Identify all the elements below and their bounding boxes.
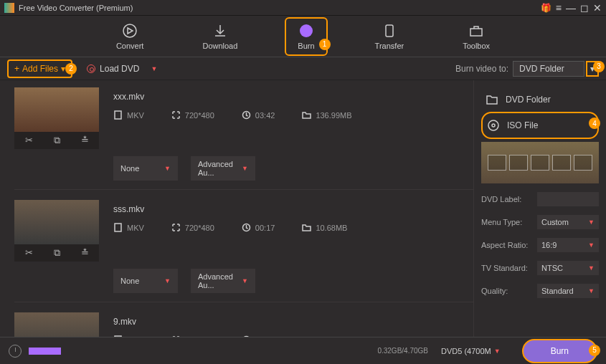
toolbox-icon <box>468 23 484 39</box>
resolution-value: 720*480 <box>185 224 214 232</box>
folder-icon <box>302 335 311 337</box>
resolution-value: 720*480 <box>185 336 214 337</box>
disc-icon <box>487 119 500 132</box>
clock-icon <box>242 223 251 232</box>
resolution-icon <box>171 110 181 120</box>
plus-icon: + <box>14 64 19 74</box>
quality-select[interactable]: Standard▼ <box>537 284 599 298</box>
chevron-down-icon: ▼ <box>164 165 171 172</box>
format-value: MKV <box>127 336 144 337</box>
duration-value: 00:17 <box>255 224 275 232</box>
file-icon <box>113 335 123 337</box>
resolution-icon <box>171 223 181 232</box>
template-slot <box>574 155 592 171</box>
disc-icon <box>87 64 95 73</box>
tab-label: Convert <box>116 42 144 50</box>
dest-label: ISO File <box>507 120 538 130</box>
load-dvd-button[interactable]: Load DVD ▼ <box>87 64 157 74</box>
clock-icon <box>242 110 251 120</box>
tab-label: Transfer <box>375 42 404 50</box>
template-preview[interactable] <box>481 142 599 183</box>
dest-dvd-folder[interactable]: DVD Folder <box>481 87 599 112</box>
subtitle-select[interactable]: None▼ <box>113 156 178 181</box>
burn-button[interactable]: Burn 5 <box>522 339 597 363</box>
destination-value: DVD Folder <box>519 64 564 74</box>
audio-select[interactable]: Advanced Au...▼ <box>191 269 255 293</box>
tab-burn[interactable]: Burn 1 <box>285 17 327 56</box>
tab-toolbox[interactable]: Toolbox <box>451 19 501 54</box>
close-icon[interactable]: ✕ <box>593 2 602 14</box>
gift-icon[interactable]: 🎁 <box>541 3 551 13</box>
tab-download[interactable]: Download <box>191 19 249 54</box>
dest-iso-file[interactable]: ISO File 4 <box>481 112 599 139</box>
clock-icon <box>242 335 251 337</box>
folder-icon <box>486 93 498 106</box>
clock-icon[interactable] <box>9 345 22 358</box>
dvd-label-input[interactable] <box>537 192 599 206</box>
size-value: 10.68MB <box>316 224 347 232</box>
effects-icon[interactable]: ≛ <box>81 135 89 146</box>
svg-rect-7 <box>115 224 121 231</box>
menu-type-label: Menu Type: <box>481 218 531 226</box>
chevron-down-icon: ▼ <box>588 264 595 272</box>
template-slot <box>552 155 571 171</box>
burn-to-label: Burn video to: <box>455 64 508 74</box>
menu-type-select[interactable]: Custom▼ <box>537 215 599 229</box>
audio-select[interactable]: Advanced Au...▼ <box>191 156 255 181</box>
svg-rect-4 <box>470 29 482 36</box>
window-title: Free Video Converter (Premium) <box>19 4 541 12</box>
svg-point-11 <box>488 120 498 130</box>
progress-bar <box>29 348 61 355</box>
cut-icon[interactable]: ✂ <box>25 135 33 146</box>
disc-type-select[interactable]: DVD5 (4700M ▼ <box>441 347 501 355</box>
dvd-label-label: DVD Label: <box>481 195 531 203</box>
list-item: ✂ ⧉ ≛ xxx.mkv MKV 720*480 03:42 136.99MB <box>14 87 473 190</box>
badge-5: 5 <box>589 345 600 356</box>
maximize-icon[interactable]: ◻ <box>580 2 589 14</box>
tab-label: Download <box>202 42 237 50</box>
chevron-down-icon: ▼ <box>588 219 595 226</box>
list-item: ✂ ⧉ ≛ 9.mkv MKV 720*480 04:20 160.68MB <box>14 312 473 337</box>
add-files-button[interactable]: + Add Files ▾ 2 <box>7 59 72 78</box>
video-thumbnail <box>14 200 99 244</box>
transfer-icon <box>382 23 397 39</box>
tab-transfer[interactable]: Transfer <box>364 19 416 54</box>
resolution-icon <box>171 335 181 337</box>
video-thumbnail <box>14 312 99 337</box>
crop-icon[interactable]: ⧉ <box>54 247 60 259</box>
badge-3: 3 <box>593 61 605 72</box>
file-name: xxx.mkv <box>113 92 473 102</box>
menu-icon[interactable]: ≡ <box>556 2 562 14</box>
dest-label: DVD Folder <box>506 95 551 105</box>
tv-standard-select[interactable]: NTSC▼ <box>537 261 599 275</box>
crop-icon[interactable]: ⧉ <box>54 135 60 146</box>
file-icon <box>113 110 123 120</box>
chevron-down-icon: ▼ <box>151 65 157 72</box>
quality-label: Quality: <box>481 287 531 295</box>
svg-point-2 <box>304 29 308 33</box>
chevron-down-icon: ▼ <box>242 165 248 172</box>
size-value: 136.99MB <box>316 111 351 120</box>
list-item: ✂ ⧉ ≛ sss.mkv MKV 720*480 00:17 10.68MB <box>14 200 473 302</box>
tab-label: Burn <box>298 42 314 50</box>
burn-label: Burn <box>551 346 569 356</box>
burn-icon <box>298 23 314 39</box>
svg-rect-5 <box>115 111 121 119</box>
chevron-down-icon: ▼ <box>588 241 595 249</box>
format-value: MKV <box>127 111 144 120</box>
svg-point-0 <box>123 24 136 37</box>
minimize-icon[interactable]: — <box>566 2 576 14</box>
file-list: ✂ ⧉ ≛ xxx.mkv MKV 720*480 03:42 136.99MB <box>0 80 473 337</box>
chevron-down-icon: ▼ <box>588 287 595 294</box>
destination-select[interactable]: DVD Folder <box>513 61 584 77</box>
subtitle-select[interactable]: None▼ <box>113 269 178 293</box>
video-thumbnail <box>14 87 99 132</box>
add-files-label: Add Files <box>22 64 58 74</box>
convert-icon <box>122 23 138 39</box>
aspect-ratio-select[interactable]: 16:9▼ <box>537 238 599 252</box>
tv-standard-label: TV Standard: <box>481 264 531 272</box>
cut-icon[interactable]: ✂ <box>25 247 33 259</box>
destination-dropdown[interactable]: ▾ 3 <box>586 61 599 77</box>
tab-convert[interactable]: Convert <box>105 19 156 54</box>
effects-icon[interactable]: ≛ <box>81 247 89 259</box>
